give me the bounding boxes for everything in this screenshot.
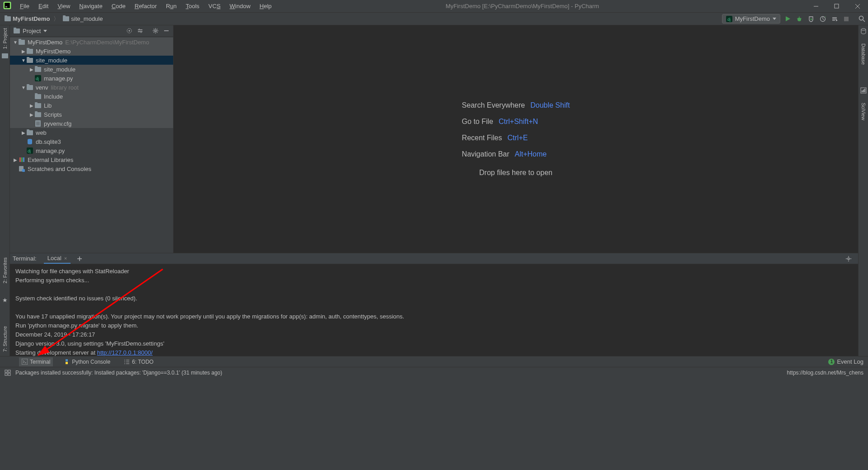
locate-icon[interactable] — [126, 28, 132, 34]
status-bar: Packages installed successfully: Install… — [0, 367, 868, 378]
server-url-link[interactable]: http://127.0.0.1:8000/ — [97, 349, 153, 356]
close-button[interactable] — [847, 0, 868, 13]
tree-item[interactable]: ▶web — [10, 128, 173, 137]
lib-icon — [18, 156, 25, 163]
maximize-button[interactable] — [826, 0, 847, 13]
folder-icon — [2, 53, 8, 58]
menu-window[interactable]: Window — [226, 1, 254, 11]
gear-icon[interactable] — [152, 28, 159, 34]
folder-icon — [34, 111, 42, 118]
close-icon[interactable]: × — [64, 256, 67, 261]
svg-rect-81 — [8, 373, 10, 375]
coverage-button[interactable] — [807, 15, 815, 23]
tree-item[interactable]: Scratches and Consoles — [10, 164, 173, 173]
svg-rect-54 — [23, 157, 24, 162]
folder-icon — [26, 84, 33, 91]
windows-icon[interactable] — [5, 370, 11, 376]
menu-code[interactable]: Code — [108, 1, 129, 11]
svg-point-28 — [129, 30, 130, 32]
folder-icon — [34, 93, 42, 100]
svg-rect-59 — [862, 90, 863, 92]
folder-icon — [34, 102, 42, 109]
minimize-button[interactable] — [806, 0, 826, 13]
tree-item[interactable]: ▶MyFirstDemo — [10, 47, 173, 56]
rail-sciview-button[interactable]: SciView — [861, 103, 866, 120]
run-config-selector[interactable]: dj MyFirstDemo — [722, 14, 780, 24]
terminal-tab-local[interactable]: Local × — [44, 253, 71, 264]
svg-marker-19 — [825, 16, 826, 17]
menu-refactor[interactable]: Refactor — [131, 1, 160, 11]
tree-item[interactable]: ▶External Libraries — [10, 155, 173, 164]
add-terminal-button[interactable] — [77, 256, 82, 261]
tree-item[interactable]: pyvenv.cfg — [10, 119, 173, 128]
tree-item[interactable]: ▼MyFirstDemoE:\PyCharmDemo\MyFirstDemo — [10, 38, 173, 47]
tree-item[interactable]: ▼venvlibrary root — [10, 83, 173, 92]
tree-item[interactable]: ▶Lib — [10, 101, 173, 110]
svg-line-41 — [157, 29, 157, 29]
menu-edit[interactable]: Edit — [35, 1, 52, 11]
tree-item[interactable]: Include — [10, 92, 173, 101]
menu-file[interactable]: File — [16, 1, 33, 11]
editor-drop-hint: Drop files here to open — [479, 169, 552, 177]
menu-vcs[interactable]: VCS — [205, 1, 224, 11]
terminal-icon — [22, 359, 28, 365]
tree-item[interactable]: ▼site_module — [10, 56, 173, 65]
todo-tool-button[interactable]: 6: TODO — [121, 357, 156, 366]
editor-hint: Recent FilesCtrl+E — [462, 134, 570, 142]
project-view-icon — [14, 28, 20, 33]
profile-button[interactable] — [819, 15, 826, 23]
tree-item[interactable]: ▶Scripts — [10, 110, 173, 119]
breadcrumb[interactable]: MyFirstDemo 〉 site_module — [3, 15, 104, 23]
event-log-button[interactable]: 1 Event Log — [828, 358, 863, 365]
run-button[interactable] — [784, 15, 791, 23]
svg-line-26 — [863, 20, 865, 22]
hide-icon[interactable] — [163, 28, 170, 34]
menu-run[interactable]: Run — [162, 1, 180, 11]
chevron-down-icon[interactable] — [43, 30, 47, 32]
folder-icon — [5, 16, 11, 21]
tree-item[interactable]: djmanage.py — [10, 146, 173, 155]
rail-database-button[interactable]: Database — [861, 43, 866, 65]
menu-view[interactable]: View — [54, 1, 74, 11]
svg-point-11 — [797, 18, 801, 21]
menu-bar: File Edit View Navigate Code Refactor Ru… — [16, 1, 275, 11]
debug-button[interactable] — [796, 15, 803, 23]
menu-tools[interactable]: Tools — [182, 1, 203, 11]
navigation-bar: MyFirstDemo 〉 site_module dj MyFirstDemo — [0, 13, 868, 25]
svg-rect-2 — [5, 3, 10, 8]
event-badge: 1 — [828, 359, 835, 365]
project-tree[interactable]: ▼MyFirstDemoE:\PyCharmDemo\MyFirstDemo▶M… — [10, 37, 173, 253]
right-tool-rail: Database SciView — [858, 25, 868, 253]
folder-icon — [63, 16, 69, 21]
rail-favorites-button[interactable]: 2: Favorites — [2, 257, 8, 283]
svg-point-33 — [155, 30, 156, 32]
menu-navigate[interactable]: Navigate — [75, 1, 106, 11]
attach-button[interactable] — [831, 15, 838, 23]
svg-rect-78 — [5, 370, 7, 372]
terminal-tool-button[interactable]: Terminal — [19, 357, 53, 366]
collapse-icon[interactable] — [137, 28, 143, 34]
db-icon — [26, 138, 33, 145]
svg-marker-10 — [786, 16, 790, 21]
project-header: Project — [10, 25, 173, 37]
breadcrumb-root: MyFirstDemo — [13, 15, 50, 22]
tree-item[interactable]: ▶site_module — [10, 65, 173, 74]
rail-structure-button[interactable]: 7: Structure — [2, 326, 8, 352]
svg-rect-24 — [844, 17, 849, 21]
folder-icon — [26, 57, 33, 64]
python-console-tool-button[interactable]: Python Console — [61, 357, 113, 366]
sciview-icon — [860, 87, 867, 94]
editor-empty-state[interactable]: Search EverywhereDouble ShiftGo to FileC… — [174, 25, 858, 253]
project-title[interactable]: Project — [23, 28, 41, 34]
terminal-output[interactable]: Watching for file changes with StatReloa… — [10, 264, 858, 356]
rail-project-button[interactable]: 1: Project — [2, 28, 8, 49]
stop-button[interactable] — [843, 15, 850, 23]
tree-item[interactable]: djmanage.py — [10, 74, 173, 83]
scratch-icon — [18, 165, 25, 172]
right-tool-rail-bottom — [858, 253, 868, 356]
gear-icon[interactable] — [845, 256, 852, 262]
menu-help[interactable]: Help — [256, 1, 275, 11]
search-button[interactable] — [858, 15, 865, 23]
file-icon — [34, 120, 42, 127]
tree-item[interactable]: db.sqlite3 — [10, 137, 173, 146]
